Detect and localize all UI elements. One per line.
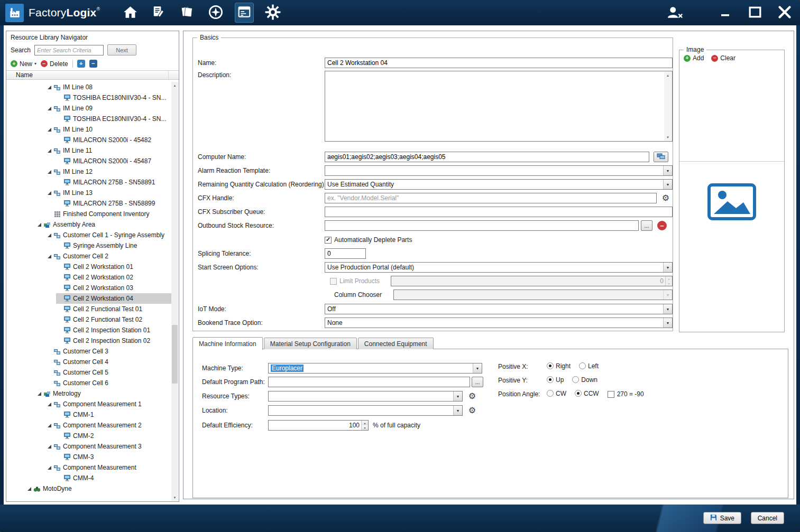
position-angle-radio-ccw[interactable]: CCW bbox=[575, 390, 599, 397]
tree-item[interactable]: IM Line 12 bbox=[7, 166, 171, 177]
tree-item[interactable]: Customer Cell 2 bbox=[7, 251, 171, 262]
expander-expanded-icon[interactable] bbox=[46, 106, 53, 111]
tree-item[interactable]: IM Line 13 bbox=[7, 188, 171, 198]
start-screen-options-select[interactable]: Use Production Portal (default) ▼ bbox=[325, 262, 673, 273]
tree-item[interactable]: IM Line 10 bbox=[7, 124, 171, 135]
tree-item[interactable]: MILACRON S2000i - 45482 bbox=[7, 135, 171, 145]
tree-item[interactable]: Cell 2 Workstation 03 bbox=[7, 283, 171, 293]
tree-item[interactable]: Cell 2 Inspection Station 01 bbox=[7, 325, 171, 335]
documents-button[interactable] bbox=[149, 3, 168, 23]
positive-y-radio-down[interactable]: Down bbox=[572, 376, 597, 384]
remove-outbound-resource-button[interactable]: − bbox=[657, 221, 667, 230]
tree-item[interactable]: Customer Cell 5 bbox=[7, 367, 171, 378]
resource-types-select[interactable]: ▼ bbox=[268, 391, 463, 402]
description-scrollbar[interactable]: ▲ ▼ bbox=[664, 72, 672, 141]
tree-item[interactable]: MILACRON 275B - SN58891 bbox=[7, 177, 171, 188]
expander-expanded-icon[interactable] bbox=[46, 85, 53, 90]
spinner-buttons[interactable]: ▲▼ bbox=[361, 421, 368, 430]
expander-expanded-icon[interactable] bbox=[46, 465, 53, 470]
expander-expanded-icon[interactable] bbox=[46, 148, 53, 153]
logout-user-button[interactable] bbox=[666, 3, 684, 23]
npi-compass-button[interactable] bbox=[206, 3, 225, 23]
settings-button[interactable] bbox=[263, 3, 282, 23]
tree-item[interactable]: CMM-1 bbox=[7, 409, 171, 420]
close-button[interactable] bbox=[776, 3, 794, 23]
tree-item[interactable]: MILACRON S2000i - 45487 bbox=[7, 156, 171, 166]
tree-item[interactable]: Cell 2 Workstation 02 bbox=[7, 272, 171, 283]
tree-item[interactable]: MILACRON 275B - SN58899 bbox=[7, 198, 171, 209]
expander-expanded-icon[interactable] bbox=[46, 402, 53, 407]
name-input[interactable] bbox=[325, 58, 673, 68]
tree-item[interactable]: Finished Component Inventory bbox=[7, 209, 171, 219]
tree-item[interactable]: TOSHIBA EC180NIIV30-4 - SN... bbox=[7, 92, 171, 103]
location-settings-button[interactable]: ⚙ bbox=[467, 405, 477, 416]
home-button[interactable] bbox=[121, 3, 140, 23]
tree-item[interactable]: IM Line 11 bbox=[7, 145, 171, 156]
tree-item[interactable]: CMM-2 bbox=[7, 431, 171, 441]
program-path-browse-button[interactable]: ... bbox=[472, 377, 483, 387]
process-stack-button[interactable] bbox=[178, 3, 197, 23]
tree-column-header[interactable]: Name bbox=[6, 70, 179, 80]
maximize-button[interactable] bbox=[746, 3, 764, 23]
save-button[interactable]: Save bbox=[703, 512, 741, 524]
alarm-reaction-template-select[interactable]: ▼ bbox=[325, 165, 673, 176]
expander-expanded-icon[interactable] bbox=[46, 423, 53, 428]
spinner-buttons[interactable]: ▲▼ bbox=[665, 276, 672, 286]
tree-scrollbar[interactable]: ▲ ▼ bbox=[171, 82, 178, 501]
tree-item[interactable]: Syringe Assembly Line bbox=[7, 240, 171, 251]
outbound-browse-button[interactable]: ... bbox=[641, 220, 652, 231]
expander-expanded-icon[interactable] bbox=[46, 254, 53, 259]
expander-expanded-icon[interactable] bbox=[46, 127, 53, 132]
tree-item[interactable]: Customer Cell 3 bbox=[7, 346, 171, 357]
tree-item[interactable]: IM Line 08 bbox=[7, 82, 171, 92]
expander-expanded-icon[interactable] bbox=[46, 170, 53, 174]
description-textarea[interactable]: ▲ ▼ bbox=[325, 71, 673, 142]
tree-item[interactable]: Cell 2 Workstation 01 bbox=[7, 262, 171, 272]
delete-button[interactable]: − Delete bbox=[41, 60, 68, 68]
expander-expanded-icon[interactable] bbox=[36, 222, 43, 227]
limit-products-checkbox[interactable] bbox=[330, 278, 337, 285]
cfx-handle-settings-button[interactable]: ⚙ bbox=[660, 193, 671, 203]
spin-up-icon[interactable]: ▲ bbox=[666, 276, 672, 281]
remaining-quantity-select[interactable]: Use Estimated Quantity ▼ bbox=[325, 179, 673, 190]
collapse-all-button[interactable]: − bbox=[89, 60, 97, 68]
scroll-down-icon[interactable]: ▼ bbox=[171, 494, 178, 501]
expander-expanded-icon[interactable] bbox=[46, 191, 53, 195]
angle-270-checkbox[interactable] bbox=[608, 391, 614, 398]
new-button[interactable]: + New ▾ bbox=[11, 60, 36, 68]
next-button[interactable]: Next bbox=[107, 44, 136, 55]
default-program-path-input[interactable] bbox=[268, 377, 470, 387]
tree-item[interactable]: Cell 2 Inspection Station 02 bbox=[7, 335, 171, 346]
expander-expanded-icon[interactable] bbox=[46, 233, 53, 238]
tree-item[interactable]: MotoDyne bbox=[7, 483, 171, 494]
cancel-button[interactable]: Cancel bbox=[751, 512, 784, 524]
tree-item[interactable]: Metrology bbox=[7, 388, 171, 399]
tree-scrollbar-thumb[interactable] bbox=[172, 325, 178, 384]
splicing-tolerance-input[interactable] bbox=[325, 248, 366, 259]
cfx-subscriber-queue-input[interactable] bbox=[325, 207, 673, 217]
assign-computers-button[interactable] bbox=[654, 152, 668, 162]
search-input[interactable] bbox=[34, 45, 104, 55]
outbound-stock-resource-input[interactable] bbox=[325, 220, 639, 231]
position-angle-radio-cw[interactable]: CW bbox=[547, 390, 566, 397]
tree-item[interactable]: CMM-3 bbox=[7, 452, 171, 462]
tab-material-setup-configuration[interactable]: Material Setup Configuration bbox=[264, 338, 357, 349]
tree-item[interactable]: Component Measurement 3 bbox=[7, 441, 171, 452]
resources-button[interactable] bbox=[235, 3, 254, 23]
resource-types-settings-button[interactable]: ⚙ bbox=[467, 391, 477, 402]
scroll-down-icon[interactable]: ▼ bbox=[664, 134, 672, 141]
expander-expanded-icon[interactable] bbox=[26, 487, 33, 491]
spin-down-icon[interactable]: ▼ bbox=[666, 281, 672, 286]
cfx-handle-input[interactable] bbox=[325, 193, 657, 203]
location-select[interactable]: ▼ bbox=[268, 405, 463, 416]
limit-products-spinner[interactable]: 0 ▲▼ bbox=[391, 276, 673, 286]
tree-item[interactable]: Cell 2 Functional Test 01 bbox=[7, 304, 171, 314]
expander-expanded-icon[interactable] bbox=[36, 391, 43, 396]
expander-expanded-icon[interactable] bbox=[46, 444, 53, 449]
tree-item[interactable]: Customer Cell 1 - Syringe Assembly bbox=[7, 230, 171, 240]
tree-item[interactable]: CMM-4 bbox=[7, 473, 171, 483]
tree-item[interactable]: Component Measurement 2 bbox=[7, 420, 171, 431]
minimize-button[interactable] bbox=[716, 3, 734, 23]
tree-item[interactable]: IM Line 09 bbox=[7, 103, 171, 114]
iot-mode-select[interactable]: Off ▼ bbox=[325, 304, 673, 314]
